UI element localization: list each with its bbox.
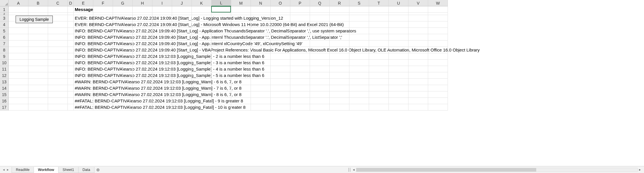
cell-J8[interactable] <box>172 47 192 53</box>
cell-U2[interactable] <box>389 13 408 15</box>
cell-K3[interactable] <box>192 15 211 21</box>
column-header-H[interactable]: H <box>133 0 152 6</box>
cell-J5[interactable] <box>172 28 192 34</box>
cell-B17[interactable] <box>28 104 48 111</box>
cell-O1[interactable] <box>271 6 290 13</box>
column-header-K[interactable]: K <box>192 0 211 6</box>
cell-H6[interactable] <box>133 34 152 41</box>
cell-H10[interactable] <box>133 60 152 66</box>
column-header-M[interactable]: M <box>231 0 251 6</box>
cell-M16[interactable] <box>231 98 251 104</box>
column-header-W[interactable]: W <box>428 0 448 6</box>
cell-F9[interactable] <box>93 53 113 60</box>
cell-K14[interactable] <box>192 85 211 91</box>
cell-E9[interactable]: INFO: BERND-CAPTIVA\earso 27.02.2024 19:… <box>74 53 93 60</box>
cell-P2[interactable] <box>290 13 310 15</box>
cell-C2[interactable] <box>48 13 68 15</box>
cell-C5[interactable] <box>48 28 68 34</box>
cell-D8[interactable] <box>68 47 74 53</box>
row-header-16[interactable]: 16 <box>0 98 9 104</box>
cell-H4[interactable] <box>133 21 152 28</box>
cell-A5[interactable] <box>9 28 28 34</box>
cell-A2[interactable] <box>9 13 28 15</box>
cell-D10[interactable] <box>68 60 74 66</box>
column-header-P[interactable]: P <box>290 0 310 6</box>
cell-Q5[interactable] <box>310 28 330 34</box>
cell-L14[interactable] <box>211 85 231 91</box>
cell-J2[interactable] <box>172 13 192 15</box>
cell-D4[interactable] <box>68 21 74 28</box>
cell-C10[interactable] <box>48 60 68 66</box>
column-header-A[interactable]: A <box>9 0 28 6</box>
cell-K11[interactable] <box>192 66 211 72</box>
cell-S4[interactable] <box>349 21 369 28</box>
cell-F17[interactable] <box>93 104 113 111</box>
cell-I3[interactable] <box>152 15 172 21</box>
cell-I16[interactable] <box>152 98 172 104</box>
tab-scroll-splitter[interactable] <box>349 168 350 172</box>
cell-F3[interactable] <box>93 15 113 21</box>
cell-I9[interactable] <box>152 53 172 60</box>
cell-T8[interactable] <box>369 47 389 53</box>
cell-A17[interactable] <box>9 104 28 111</box>
row-header-9[interactable]: 9 <box>0 53 9 60</box>
cell-K6[interactable] <box>192 34 211 41</box>
cell-T3[interactable] <box>369 15 389 21</box>
cell-G7[interactable] <box>113 41 133 47</box>
cell-G11[interactable] <box>113 66 133 72</box>
cell-O15[interactable] <box>271 91 290 98</box>
cell-W6[interactable] <box>428 34 448 41</box>
column-header-T[interactable]: T <box>369 0 389 6</box>
cell-N9[interactable] <box>251 53 271 60</box>
cell-D1[interactable] <box>68 6 74 13</box>
cell-G2[interactable] <box>113 13 133 15</box>
column-header-O[interactable]: O <box>271 0 290 6</box>
column-header-S[interactable]: S <box>349 0 369 6</box>
cell-G6[interactable] <box>113 34 133 41</box>
cell-Q8[interactable] <box>310 47 330 53</box>
cell-E11[interactable]: INFO: BERND-CAPTIVA\earso 27.02.2024 19:… <box>74 66 93 72</box>
hscroll-thumb[interactable] <box>356 168 536 172</box>
cell-J11[interactable] <box>172 66 192 72</box>
cell-L7[interactable] <box>211 41 231 47</box>
cell-O11[interactable] <box>271 66 290 72</box>
hscroll-right-button[interactable]: ► <box>638 168 642 172</box>
cell-A16[interactable] <box>9 98 28 104</box>
cell-J6[interactable] <box>172 34 192 41</box>
cell-K7[interactable] <box>192 41 211 47</box>
cell-P6[interactable] <box>290 34 310 41</box>
cell-V13[interactable] <box>408 79 428 85</box>
cell-W15[interactable] <box>428 91 448 98</box>
cell-W2[interactable] <box>428 13 448 15</box>
cell-C14[interactable] <box>48 85 68 91</box>
cell-S16[interactable] <box>349 98 369 104</box>
row-header-10[interactable]: 10 <box>0 60 9 66</box>
cell-C17[interactable] <box>48 104 68 111</box>
cell-O16[interactable] <box>271 98 290 104</box>
cell-U11[interactable] <box>389 66 408 72</box>
cell-K12[interactable] <box>192 72 211 79</box>
sheet-tab-readme[interactable]: ReadMe <box>12 167 34 173</box>
cell-R10[interactable] <box>330 60 349 66</box>
cell-I1[interactable] <box>152 6 172 13</box>
cell-V9[interactable] <box>408 53 428 60</box>
cell-Q4[interactable] <box>310 21 330 28</box>
cells-area[interactable]: Logging Sample MessageEVER: BERND-CAPTIV… <box>9 6 644 166</box>
column-header-F[interactable]: F <box>93 0 113 6</box>
cell-U16[interactable] <box>389 98 408 104</box>
cell-K15[interactable] <box>192 91 211 98</box>
cell-S8[interactable] <box>349 47 369 53</box>
cell-N2[interactable] <box>251 13 271 15</box>
cell-P7[interactable] <box>290 41 310 47</box>
cell-R4[interactable] <box>330 21 349 28</box>
cell-W17[interactable] <box>428 104 448 111</box>
cell-B13[interactable] <box>28 79 48 85</box>
cell-O3[interactable] <box>271 15 290 21</box>
cell-N6[interactable] <box>251 34 271 41</box>
cell-V10[interactable] <box>408 60 428 66</box>
cell-R15[interactable] <box>330 91 349 98</box>
cell-N4[interactable] <box>251 21 271 28</box>
cell-J16[interactable] <box>172 98 192 104</box>
cell-F6[interactable] <box>93 34 113 41</box>
cell-J10[interactable] <box>172 60 192 66</box>
